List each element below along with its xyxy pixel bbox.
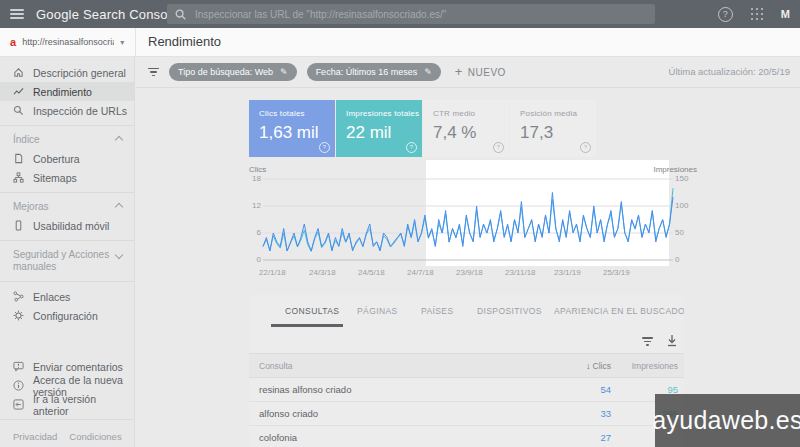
property-url: http://resinasalfonsocriado.e...: [22, 37, 114, 47]
chevron-up-icon: [115, 203, 123, 211]
column-header-clicks[interactable]: ↓Clics: [586, 354, 611, 378]
search-input[interactable]: [193, 8, 647, 21]
sidebar-section-security-manual-actions[interactable]: Seguridad y Acciones manuales: [0, 246, 134, 276]
column-header-impressions[interactable]: Impresiones: [632, 354, 678, 378]
sidebar-item-sitemaps[interactable]: Sitemaps: [0, 168, 134, 187]
clicks-cell: 27: [600, 426, 611, 447]
new-filter-button[interactable]: + NUEVO: [455, 67, 506, 78]
sidebar-item-performance[interactable]: Rendimiento: [0, 82, 134, 101]
metric-value: 7,4 %: [433, 123, 509, 143]
sidebar-nav: Descripción general Rendimiento Inspecci…: [0, 57, 135, 447]
sidebar-item-label: Usabilidad móvil: [33, 220, 109, 232]
help-icon[interactable]: ?: [718, 7, 733, 22]
date-range-chip[interactable]: Fecha: Últimos 16 meses ✎: [307, 63, 441, 81]
metric-value: 22 mil: [346, 123, 422, 143]
terms-link[interactable]: Condiciones: [69, 431, 121, 442]
metric-label: Clics totales: [259, 109, 335, 118]
sidebar-item-label: Inspección de URLs: [33, 105, 127, 117]
sidebar-item-coverage[interactable]: Cobertura: [0, 149, 134, 168]
y-tick: 12: [249, 201, 261, 210]
tab-search-appearance[interactable]: APARIENCIA EN EL BUSCADOR: [554, 306, 684, 316]
x-tick: 24/5/18: [358, 268, 385, 277]
table-row[interactable]: resinas alfonso criado 54 95: [249, 378, 684, 402]
help-icon[interactable]: ?: [406, 142, 417, 153]
sidebar-item-settings[interactable]: Configuración: [0, 306, 134, 325]
y-tick: 50: [675, 228, 691, 237]
url-inspection-icon: [13, 105, 24, 116]
total-impressions-card[interactable]: Impresiones totales 22 mil ?: [336, 100, 422, 157]
active-tab-indicator: [271, 324, 343, 327]
sidebar-item-mobile-usability[interactable]: Usabilidad móvil: [0, 216, 134, 235]
sidebar-section-enhancements[interactable]: Mejoras: [0, 198, 134, 216]
edit-icon: ✎: [424, 67, 432, 77]
help-icon[interactable]: ?: [580, 142, 591, 153]
sidebar-section-index[interactable]: Índice: [0, 131, 134, 149]
menu-icon[interactable]: [10, 9, 24, 19]
home-icon: [13, 67, 24, 78]
clicks-cell: 54: [600, 378, 611, 401]
x-tick: 22/1/18: [259, 268, 286, 277]
average-ctr-card[interactable]: CTR medio 7,4 % ?: [423, 100, 509, 157]
x-tick: 23/1/19: [554, 268, 581, 277]
y-tick: 0: [249, 255, 261, 264]
x-tick: 25/3/19: [603, 268, 630, 277]
links-icon: [13, 291, 24, 302]
help-icon[interactable]: ?: [493, 142, 504, 153]
total-clicks-card[interactable]: Clics totales 1,63 mil ?: [249, 100, 335, 157]
mobile-usability-icon: [13, 220, 24, 231]
settings-icon: [13, 310, 24, 321]
tab-devices[interactable]: DISPOSITIVOS: [477, 306, 542, 316]
chevron-up-icon: [115, 136, 123, 144]
feedback-icon: [13, 361, 24, 372]
performance-chart-svg: [249, 163, 691, 285]
topbar-actions: ? M: [718, 0, 800, 28]
privacy-link[interactable]: Privacidad: [13, 431, 57, 442]
chip-label: Fecha: Últimos 16 meses: [316, 67, 418, 77]
sidebar-item-overview[interactable]: Descripción general: [0, 63, 134, 82]
metric-cards: Clics totales 1,63 mil ? Impresiones tot…: [249, 100, 596, 157]
sidebar-item-url-inspection[interactable]: Inspección de URLs: [0, 101, 134, 120]
sidebar-utility-group: Enviar comentarios Acerca de la nueva ve…: [0, 357, 133, 447]
metric-label: Impresiones totales: [346, 109, 422, 118]
coverage-icon: [13, 153, 24, 164]
tab-queries[interactable]: CONSULTAS: [285, 306, 339, 316]
property-selector[interactable]: a http://resinasalfonsocriado.e... ▾: [10, 28, 124, 56]
apps-grid-icon[interactable]: [751, 8, 763, 20]
property-favicon: a: [10, 37, 16, 48]
sidebar-item-links[interactable]: Enlaces: [0, 287, 134, 306]
y-tick: 100: [675, 201, 691, 210]
table-row[interactable]: alfonso criado 33 295: [249, 402, 684, 426]
column-header-query[interactable]: Consulta: [259, 354, 293, 378]
filter-icon[interactable]: [148, 68, 159, 77]
query-cell[interactable]: colofonia: [259, 426, 297, 447]
divider: [0, 125, 134, 126]
watermark: ayudaweb.es: [655, 394, 800, 447]
divider: [0, 240, 134, 241]
sidebar-item-previous-version[interactable]: Ir a la versión anterior: [0, 395, 133, 414]
url-inspect-searchbar[interactable]: [167, 4, 655, 24]
divider: [0, 192, 134, 193]
sidebar-section-label: Seguridad y Acciones manuales: [13, 249, 113, 273]
right-axis-title: Impresiones: [653, 165, 697, 174]
table-filter-icon[interactable]: [642, 337, 653, 348]
tab-countries[interactable]: PAÍSES: [421, 306, 453, 316]
download-icon[interactable]: [666, 334, 678, 347]
sidebar-item-label: Configuración: [33, 310, 98, 322]
query-cell[interactable]: alfonso criado: [259, 402, 318, 425]
sidebar-item-label: Descripción general: [33, 67, 126, 79]
sidebar-item-label: Rendimiento: [33, 86, 92, 98]
search-type-chip[interactable]: Tipo de búsqueda: Web ✎: [169, 63, 297, 81]
edit-icon: ✎: [280, 67, 288, 77]
sidebar-footer: Privacidad Condiciones: [0, 425, 133, 447]
info-icon: [13, 380, 24, 391]
account-avatar[interactable]: M: [781, 8, 790, 20]
average-position-card[interactable]: Posición media 17,3 ?: [510, 100, 596, 157]
query-cell[interactable]: resinas alfonso criado: [259, 378, 351, 401]
table-row[interactable]: colofonia 27: [249, 426, 684, 447]
sort-descending-icon: ↓: [586, 361, 591, 371]
x-tick: 23/11/18: [505, 268, 536, 277]
help-icon[interactable]: ?: [319, 142, 330, 153]
tab-pages[interactable]: PÁGINAS: [357, 306, 398, 316]
sidebar-section-label: Mejoras: [13, 201, 49, 213]
table-header-row: Consulta ↓Clics Impresiones: [249, 353, 684, 378]
